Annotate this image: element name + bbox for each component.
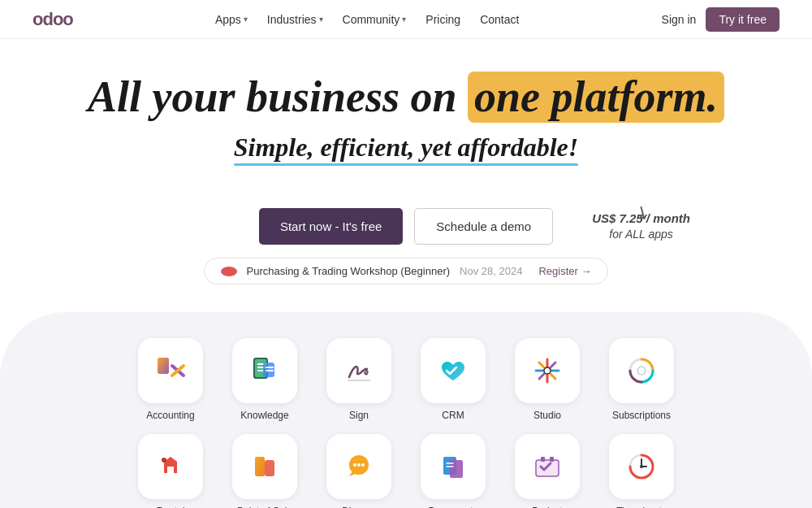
hero-subtitle: Simple, efficient, yet affordable!	[234, 132, 579, 163]
svg-rect-2	[158, 358, 169, 374]
nav-community[interactable]: Community ▾	[335, 8, 415, 31]
price-note: US$ 7.25 / month for ALL apps	[592, 210, 690, 243]
app-item-accounting[interactable]: Accounting	[130, 338, 211, 421]
webinar-dot-icon	[221, 267, 237, 276]
svg-point-30	[361, 463, 365, 467]
svg-rect-24	[255, 457, 265, 476]
studio-icon	[515, 338, 580, 403]
hero-section: All your business on one platform. Simpl…	[0, 39, 812, 293]
nav-industries[interactable]: Industries ▾	[259, 8, 331, 31]
apps-grid: Accounting Knowledge	[130, 338, 682, 508]
nav-pricing[interactable]: Pricing	[417, 8, 469, 31]
hero-highlight: one platform.	[468, 72, 724, 123]
app-item-discuss[interactable]: Discuss	[318, 434, 400, 508]
industries-chevron-icon: ▾	[319, 15, 323, 24]
nav-right: Sign in Try it free	[662, 7, 780, 32]
app-item-documents[interactable]: Documents	[412, 434, 494, 508]
crm-label: CRM	[442, 410, 464, 421]
nav-apps[interactable]: Apps ▾	[207, 8, 256, 31]
accounting-icon	[138, 338, 203, 403]
knowledge-label: Knowledge	[240, 410, 288, 421]
pos-icon	[232, 434, 297, 499]
subscriptions-icon	[609, 338, 674, 403]
app-item-project[interactable]: Project	[507, 434, 588, 508]
timesheets-icon	[609, 434, 674, 499]
accounting-label: Accounting	[146, 410, 194, 421]
svg-point-29	[357, 463, 361, 467]
svg-rect-37	[541, 457, 545, 462]
subscriptions-label: Subscriptions	[612, 410, 671, 421]
app-item-pos[interactable]: Point of Sale	[224, 434, 305, 508]
app-item-subscriptions[interactable]: Subscriptions	[601, 338, 682, 421]
app-item-timesheets[interactable]: Timesheets	[601, 434, 682, 508]
svg-rect-38	[550, 457, 554, 462]
hero-title: All your business on one platform.	[16, 72, 796, 123]
sign-icon	[326, 338, 391, 403]
documents-icon	[421, 434, 486, 499]
webinar-register-link[interactable]: Register →	[538, 265, 591, 277]
rental-icon	[138, 434, 203, 499]
svg-point-28	[353, 463, 356, 467]
app-item-crm[interactable]: CRM	[412, 338, 494, 421]
svg-rect-25	[265, 460, 274, 476]
svg-point-15	[544, 367, 551, 374]
app-item-rental[interactable]: Rental	[130, 434, 211, 508]
svg-point-43	[640, 465, 643, 468]
sign-label: Sign	[349, 410, 369, 421]
try-it-free-button[interactable]: Try it free	[706, 7, 780, 32]
start-now-button[interactable]: Start now - It's free	[259, 208, 403, 245]
knowledge-icon	[232, 338, 297, 403]
discuss-icon	[326, 434, 391, 499]
svg-point-21	[162, 458, 166, 462]
app-item-knowledge[interactable]: Knowledge	[224, 338, 305, 421]
studio-label: Studio	[533, 410, 561, 421]
svg-rect-20	[167, 467, 174, 473]
logo[interactable]: odoo	[32, 9, 73, 30]
webinar-date: Nov 28, 2024	[460, 265, 522, 277]
app-item-sign[interactable]: Sign	[318, 338, 400, 421]
subtitle-underline	[234, 163, 579, 166]
apps-chevron-icon: ▾	[244, 15, 248, 24]
svg-rect-7	[341, 353, 377, 389]
community-chevron-icon: ▾	[402, 15, 406, 24]
nav-contact[interactable]: Contact	[472, 8, 527, 31]
crm-icon	[421, 338, 486, 403]
svg-point-18	[637, 367, 646, 375]
project-icon	[515, 434, 580, 499]
nav-links: Apps ▾ Industries ▾ Community ▾ Pricing …	[207, 8, 527, 31]
webinar-title: Purchasing & Trading Workshop (Beginner)	[247, 265, 451, 277]
apps-section: Accounting Knowledge	[0, 312, 812, 508]
app-item-studio[interactable]: Studio	[507, 338, 588, 421]
signin-link[interactable]: Sign in	[662, 13, 697, 26]
schedule-demo-button[interactable]: Schedule a demo	[414, 208, 553, 245]
navbar: odoo Apps ▾ Industries ▾ Community ▾ Pri…	[0, 0, 812, 39]
webinar-banner[interactable]: Purchasing & Trading Workshop (Beginner)…	[204, 258, 609, 284]
